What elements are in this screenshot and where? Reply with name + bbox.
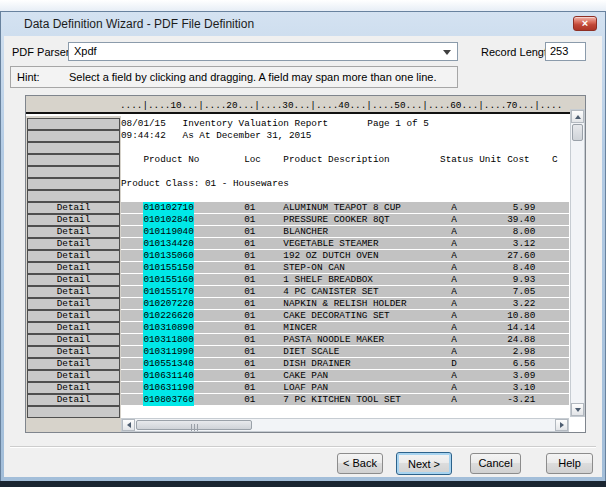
detail-row[interactable]: 010310890 01 MINCER A 14.14 (121, 322, 569, 334)
horizontal-scrollbar[interactable] (121, 418, 569, 432)
gutter-cell-detail[interactable]: Detail (27, 262, 120, 274)
product-no-highlight[interactable]: 010803760 (143, 394, 193, 406)
product-no-highlight[interactable]: 010155150 (143, 262, 193, 274)
gutter-cell-detail[interactable]: Detail (27, 226, 120, 238)
column-ruler: ....|....10...|....20...|....30...|....4… (120, 100, 562, 111)
thumb-grip-icon (191, 424, 198, 431)
product-no-highlight[interactable]: 010226620 (143, 310, 193, 322)
horizontal-scroll-thumb[interactable] (136, 420, 252, 430)
back-button[interactable]: < Back (337, 453, 383, 474)
gutter-cell-detail[interactable]: Detail (27, 394, 120, 406)
product-no-highlight[interactable]: 010119040 (143, 226, 193, 238)
gutter-cell-detail[interactable]: Detail (27, 346, 120, 358)
vertical-scroll-thumb[interactable] (572, 124, 583, 141)
hint-text: Select a field by clicking and dragging.… (69, 71, 437, 83)
help-button[interactable]: Help (546, 453, 593, 474)
detail-row[interactable]: 010207220 01 NAPKIN & RELISH HOLDER A 3.… (121, 298, 569, 310)
product-no-highlight[interactable]: 010311800 (143, 334, 193, 346)
product-no-highlight[interactable]: 010135060 (143, 250, 193, 262)
detail-row[interactable]: 010102840 01 PRESSURE COOKER 8QT A 39.40 (121, 214, 569, 226)
close-button[interactable]: × (573, 16, 597, 31)
gutter-cell-detail[interactable]: Detail (27, 238, 120, 250)
product-no-highlight[interactable]: 010155170 (143, 286, 193, 298)
product-no-highlight[interactable]: 010102710 (143, 202, 193, 214)
arrow-up-icon (575, 115, 581, 119)
ruler-strip: ....|....10...|....20...|....30...|....4… (26, 96, 585, 114)
gutter-cell-detail[interactable]: Detail (27, 334, 120, 346)
gutter-cell-detail[interactable]: Detail (27, 286, 120, 298)
chevron-down-icon (443, 50, 451, 55)
close-icon: × (582, 17, 588, 29)
gutter-cell-detail[interactable]: Detail (27, 358, 120, 370)
detail-row[interactable]: 010155160 01 1 SHELF BREADBOX A 9.93 (121, 274, 569, 286)
gutter-cell-detail[interactable]: Detail (27, 274, 120, 286)
detail-row[interactable]: 010119040 01 BLANCHER A 8.00 (121, 226, 569, 238)
gutter-cell-empty[interactable] (27, 178, 120, 190)
hint-box: Hint: Select a field by clicking and dra… (10, 66, 458, 88)
footer-separator (10, 446, 596, 448)
gutter-cell-detail[interactable]: Detail (27, 250, 120, 262)
gutter-cell-detail[interactable]: Detail (27, 382, 120, 394)
report-line[interactable]: Product No Loc Product Description Statu… (121, 154, 569, 166)
gutter-cell-detail[interactable]: Detail (27, 202, 120, 214)
product-no-highlight[interactable]: 010155160 (143, 274, 193, 286)
detail-row[interactable]: 010803760 01 7 PC KITCHEN TOOL SET A -3.… (121, 394, 569, 406)
detail-row[interactable]: 010631140 01 CAKE PAN A 3.09 (121, 370, 569, 382)
pdf-parser-selected-value: Xpdf (74, 45, 97, 57)
product-no-highlight[interactable]: 010134420 (143, 238, 193, 250)
arrow-right-icon (560, 422, 564, 428)
report-line[interactable] (121, 166, 569, 178)
product-no-highlight[interactable]: 010631140 (143, 370, 193, 382)
gutter-cell-detail[interactable]: Detail (27, 298, 120, 310)
detail-row[interactable]: 010311990 01 DIET SCALE A 2.98 (121, 346, 569, 358)
product-no-highlight[interactable]: 010631190 (143, 382, 193, 394)
product-no-highlight[interactable]: 010311990 (143, 346, 193, 358)
product-no-highlight[interactable]: 010102840 (143, 214, 193, 226)
detail-row[interactable]: 010155170 01 4 PC CANISTER SET A 7.05 (121, 286, 569, 298)
detail-row[interactable]: 010551340 01 DISH DRAINER D 6.56 (121, 358, 569, 370)
gutter-cell-empty[interactable] (27, 154, 120, 166)
arrow-left-icon (127, 422, 131, 428)
scroll-up-button[interactable] (571, 110, 584, 123)
gutter-cell-empty[interactable] (27, 142, 120, 154)
report-line[interactable]: 08/01/15 Inventory Valuation Report Page… (121, 118, 569, 130)
detail-row[interactable]: 010311800 01 PASTA NOODLE MAKER A 24.88 (121, 334, 569, 346)
record-length-label: Record Length (481, 46, 553, 58)
detail-row[interactable]: 010102710 01 ALUMINUM TEAPOT 8 CUP A 5.9… (121, 202, 569, 214)
pdf-parser-select[interactable]: Xpdf (68, 42, 458, 61)
gutter-cell-detail[interactable]: Detail (27, 310, 120, 322)
report-line[interactable] (121, 190, 569, 202)
gutter-cell-empty[interactable] (27, 130, 120, 142)
scroll-left-button[interactable] (122, 419, 135, 431)
gutter-cell-detail[interactable]: Detail (27, 214, 120, 226)
detail-row[interactable]: 010631190 01 LOAF PAN A 3.10 (121, 382, 569, 394)
gutter-cell-empty[interactable] (27, 406, 120, 418)
gutter-cell-empty[interactable] (27, 118, 120, 130)
pdf-preview-panel: ....|....10...|....20...|....30...|....4… (25, 95, 586, 433)
scroll-right-button[interactable] (555, 419, 568, 431)
cancel-button[interactable]: Cancel (470, 453, 521, 474)
product-no-highlight[interactable]: 010551340 (143, 358, 193, 370)
record-length-input[interactable]: 253 (545, 42, 586, 61)
report-text-area[interactable]: 08/01/15 Inventory Valuation Report Page… (121, 116, 569, 418)
gutter-cell-empty[interactable] (27, 190, 120, 202)
report-line[interactable]: Product Class: 01 - Housewares (121, 178, 569, 190)
report-line[interactable] (121, 406, 569, 418)
gutter-cell-detail[interactable]: Detail (27, 322, 120, 334)
detail-row[interactable]: 010155150 01 STEP-ON CAN A 8.40 (121, 262, 569, 274)
detail-row[interactable]: 010134420 01 VEGETABLE STEAMER A 3.12 (121, 238, 569, 250)
arrow-down-icon (575, 408, 581, 412)
report-line[interactable] (121, 142, 569, 154)
next-button[interactable]: Next > (396, 452, 452, 475)
detail-row[interactable]: 010226620 01 CAKE DECORATING SET A 10.80 (121, 310, 569, 322)
gutter-cell-empty[interactable] (27, 166, 120, 178)
product-no-highlight[interactable]: 010207220 (143, 298, 193, 310)
gutter-cell-detail[interactable]: Detail (27, 370, 120, 382)
window-outer-edge (0, 0, 606, 11)
window-title: Data Definition Wizard - PDF File Defini… (24, 17, 254, 31)
report-line[interactable]: 09:44:42 As At December 31, 2015 (121, 130, 569, 142)
scroll-down-button[interactable] (571, 403, 584, 416)
vertical-scrollbar[interactable] (570, 109, 585, 417)
product-no-highlight[interactable]: 010310890 (143, 322, 193, 334)
detail-row[interactable]: 010135060 01 192 OZ DUTCH OVEN A 27.60 (121, 250, 569, 262)
